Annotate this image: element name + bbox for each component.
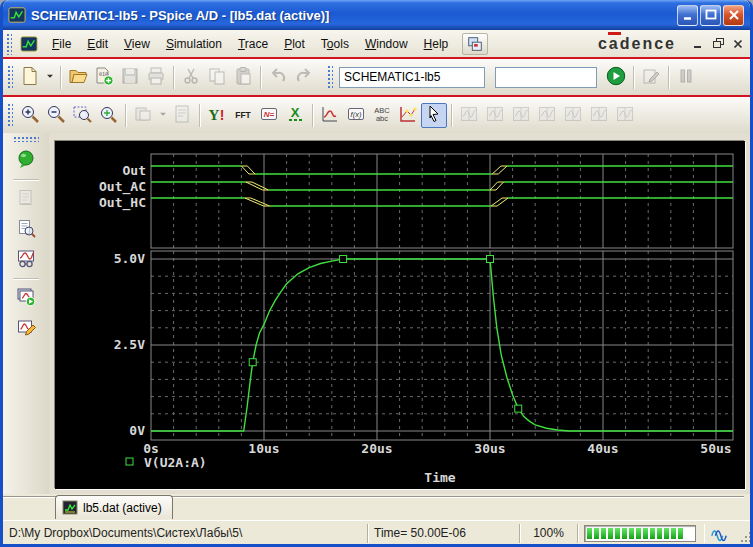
tabbar: lb5.dat (active) (3, 494, 750, 520)
select-arrow-button[interactable] (421, 103, 447, 128)
undo-button (265, 65, 291, 90)
legend-swatch[interactable] (126, 458, 133, 465)
toolbar-grip[interactable] (7, 65, 13, 90)
redo-icon (294, 66, 314, 89)
waveform-plot: OutOut_ACOut_HC0V2.5V5.0V0s10us20us30us4… (55, 141, 745, 489)
mark-data-points-icon (398, 104, 418, 127)
digital-plot-frame (151, 154, 733, 248)
toolbar-grip[interactable] (7, 103, 13, 128)
performance-analysis-button[interactable]: X (282, 103, 308, 128)
minimize-button[interactable] (677, 5, 698, 26)
zoom-out-button[interactable] (43, 103, 69, 128)
mdi-minimize-icon (692, 38, 704, 50)
x-axis-tick-label: 40us (587, 441, 618, 456)
mdi-close-button[interactable] (730, 36, 746, 51)
examine-output-button[interactable] (11, 215, 41, 243)
menu-help[interactable]: Help (416, 34, 457, 54)
toolbar-separator (199, 104, 200, 127)
open-simulation-output-button[interactable]: 010 (91, 65, 117, 90)
statusbar: D:\My Dropbox\Documents\Систех\Лабы\5\ T… (3, 520, 750, 545)
toolbar-separator (260, 66, 261, 89)
transition-fall-Out_AC (246, 182, 269, 190)
simulation-queue-button[interactable] (11, 146, 41, 174)
cursor-slope-button (534, 103, 560, 128)
menu-window[interactable]: Window (357, 34, 416, 54)
cursor-slope-icon (537, 104, 557, 127)
legend-label[interactable]: V(U2A:A) (144, 455, 207, 470)
view-simulation-messages-button[interactable]: Y! (204, 103, 230, 128)
digital-trace-Out_HC (151, 198, 733, 206)
digital-signal-label-Out[interactable]: Out (123, 163, 146, 178)
edit-simulation-profile-button (638, 65, 664, 90)
evaluate-measurement-button[interactable]: N= (256, 103, 282, 128)
text-label-button[interactable]: ABCabc (369, 103, 395, 128)
close-button[interactable] (723, 5, 744, 26)
menu-file[interactable]: File (44, 34, 79, 54)
zoom-fit-button[interactable] (95, 103, 121, 128)
new-file-button[interactable] (17, 65, 43, 90)
pause-simulation-icon (676, 66, 696, 89)
mdi-minimize-button[interactable] (690, 36, 706, 51)
y-axis-tick-label: 2.5V (114, 337, 145, 352)
toolbar-standard: 010 (3, 59, 750, 95)
cursor-toggle-icon (459, 104, 479, 127)
new-file-dropdown-button[interactable] (43, 65, 56, 90)
open-file-button[interactable] (65, 65, 91, 90)
x-axis-tick-label: 0s (143, 441, 159, 456)
maximize-button[interactable] (700, 5, 721, 26)
cursor-trough-icon (511, 104, 531, 127)
x-axis-title: Time (424, 470, 455, 485)
x-axis-tick-label: 20us (361, 441, 392, 456)
menu-edit[interactable]: Edit (79, 34, 116, 54)
simulation-profile-combo[interactable] (339, 67, 485, 88)
transition-fall-Out_HC (245, 198, 270, 206)
digital-signal-label-Out_AC[interactable]: Out_AC (99, 179, 146, 195)
titlebar[interactable]: SCHEMATIC1-lb5 - PSpice A/D - [lb5.dat (… (3, 0, 750, 30)
toolbar-grip[interactable] (13, 136, 39, 142)
page-dropdown-button (156, 103, 169, 128)
mark-data-points-button[interactable] (395, 103, 421, 128)
new-file-icon (20, 66, 40, 89)
menu-simulation[interactable]: Simulation (158, 34, 230, 54)
toolbar-grip[interactable] (327, 65, 333, 90)
progress-segment (615, 528, 620, 539)
resize-grip[interactable] (736, 531, 750, 545)
print-button (143, 65, 169, 90)
probe-plot-window[interactable]: OutOut_ACOut_HC0V2.5V5.0V0s10us20us30us4… (55, 141, 745, 489)
add-trace-button[interactable] (317, 103, 343, 128)
run-simulation-icon (606, 66, 626, 89)
examine-output-icon (16, 218, 36, 241)
document-icon (20, 35, 38, 53)
progress-segment (636, 528, 641, 539)
menu-tools[interactable]: Tools (313, 34, 357, 54)
trace-marker (249, 359, 256, 366)
digital-signal-label-Out_HC[interactable]: Out_HC (99, 195, 146, 211)
menu-trace[interactable]: Trace (230, 34, 276, 54)
progress-bar (584, 525, 696, 542)
cascade-windows-button[interactable] (462, 33, 488, 55)
menu-plot[interactable]: Plot (276, 34, 313, 54)
open-simulation-output-icon: 010 (94, 66, 114, 89)
menu-view[interactable]: View (116, 34, 158, 54)
progress-segment (608, 528, 613, 539)
cursor-max-button (586, 103, 612, 128)
paste-button (230, 65, 256, 90)
menubar-grip[interactable] (6, 33, 12, 55)
mdi-restore-button[interactable] (710, 36, 726, 51)
trace-marker (340, 256, 347, 263)
paste-icon (233, 66, 253, 89)
zoom-in-button[interactable] (17, 103, 43, 128)
zoom-area-button[interactable] (69, 103, 95, 128)
run-simulation-button[interactable] (603, 65, 629, 90)
simulation-status-field[interactable] (495, 67, 597, 88)
view-output-log-button (169, 103, 195, 128)
run-profiles-button[interactable] (11, 284, 41, 312)
edit-profile-button[interactable] (11, 314, 41, 342)
undo-icon (268, 66, 288, 89)
evaluate-function-button[interactable]: f(x) (343, 103, 369, 128)
toolbar-view: Y!FFTN=Xf(x)ABCabc (3, 97, 750, 133)
x-axis-tick-label: 30us (474, 441, 505, 456)
display-waveforms-button[interactable] (11, 245, 41, 273)
tab-lb5-dat[interactable]: lb5.dat (active) (55, 495, 173, 519)
fft-button[interactable]: FFT (230, 103, 256, 128)
